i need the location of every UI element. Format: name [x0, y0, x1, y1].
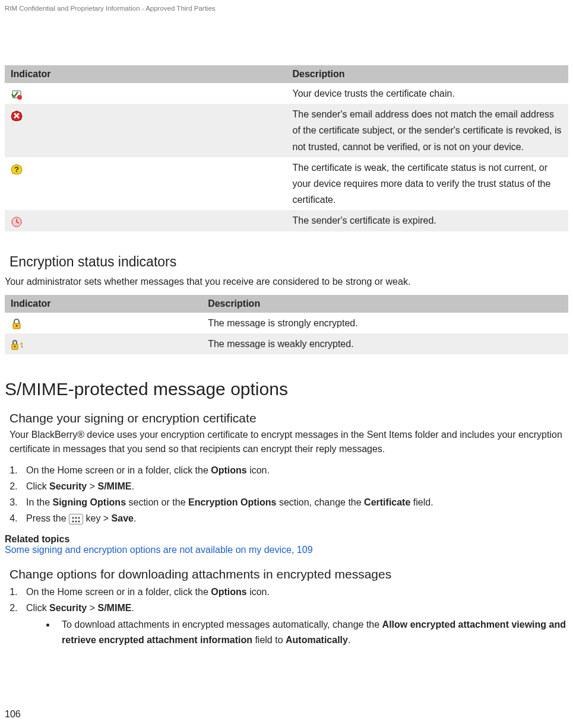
svg-point-15: [78, 517, 80, 519]
cert-error-icon: [11, 110, 23, 120]
table-cell-description: The message is strongly encrypted.: [202, 313, 568, 333]
lock-strong-icon: [11, 318, 23, 329]
svg-point-11: [14, 346, 16, 348]
table-row: ? The message is weakly encrypted.: [5, 333, 568, 354]
table-row: The sender's certificate is expired.: [5, 210, 568, 231]
list-item: To download attachments in encrypted mes…: [56, 617, 568, 647]
change-download-heading: Change options for downloading attachmen…: [10, 567, 568, 581]
svg-point-9: [16, 325, 18, 327]
svg-point-16: [72, 520, 74, 522]
table-cell-description: The sender's email address does not matc…: [287, 104, 569, 157]
svg-point-14: [75, 517, 77, 519]
table-header-description: Description: [202, 295, 568, 313]
table-header-description: Description: [287, 65, 569, 83]
encryption-indicator-table: Indicator Description The message is str…: [5, 295, 568, 354]
related-topics-heading: Related topics: [5, 534, 568, 545]
list-item: Click Security > S/MIME.: [20, 478, 568, 494]
confidential-header: RIM Confidential and Proprietary Informa…: [5, 5, 568, 12]
svg-point-13: [72, 517, 74, 519]
cert-warning-icon: ?: [11, 163, 23, 174]
encryption-status-intro: Your administrator sets whether messages…: [5, 275, 568, 289]
cert-expired-icon: [11, 216, 23, 227]
svg-text:?: ?: [20, 342, 23, 349]
change-download-steps: On the Home screen or in a folder, click…: [5, 584, 568, 648]
table-row: The sender's email address does not matc…: [5, 104, 568, 157]
smime-options-heading: S/MIME-protected message options: [5, 379, 568, 399]
menu-key-icon: [69, 514, 83, 524]
table-row: The message is strongly encrypted.: [5, 313, 568, 333]
svg-text:?: ?: [14, 165, 19, 174]
table-header-indicator: Indicator: [5, 295, 202, 313]
list-item: On the Home screen or in a folder, click…: [20, 584, 568, 600]
change-cert-heading: Change your signing or encryption certif…: [10, 411, 568, 425]
table-cell-description: Your device trusts the certificate chain…: [287, 83, 569, 104]
list-item: On the Home screen or in a folder, click…: [20, 462, 568, 478]
table-cell-description: The sender's certificate is expired.: [287, 210, 569, 231]
svg-point-18: [78, 520, 80, 522]
change-cert-intro: Your BlackBerry® device uses your encryp…: [10, 428, 568, 456]
list-item: Click Security > S/MIME. To download att…: [20, 600, 568, 647]
change-cert-steps: On the Home screen or in a folder, click…: [5, 462, 568, 527]
table-row: Your device trusts the certificate chain…: [5, 83, 568, 104]
table-cell-description: The message is weakly encrypted.: [202, 333, 568, 354]
svg-point-1: [17, 95, 22, 100]
list-item: In the Signing Options section or the En…: [20, 494, 568, 510]
certificate-indicator-table: Indicator Description Your device trusts…: [5, 65, 568, 231]
list-item: Press the key > Save.: [20, 510, 568, 526]
table-cell-description: The certificate is weak, the certificate…: [287, 157, 569, 211]
svg-point-17: [75, 520, 77, 522]
table-row: ? The certificate is weak, the certifica…: [5, 157, 568, 211]
lock-weak-icon: ?: [11, 339, 23, 349]
table-header-indicator: Indicator: [5, 65, 287, 83]
related-topic-link[interactable]: Some signing and encryption options are …: [5, 545, 568, 555]
page-number: 106: [5, 709, 21, 720]
encryption-status-heading: Encryption status indicators: [10, 254, 568, 270]
cert-trusted-icon: [11, 89, 23, 100]
